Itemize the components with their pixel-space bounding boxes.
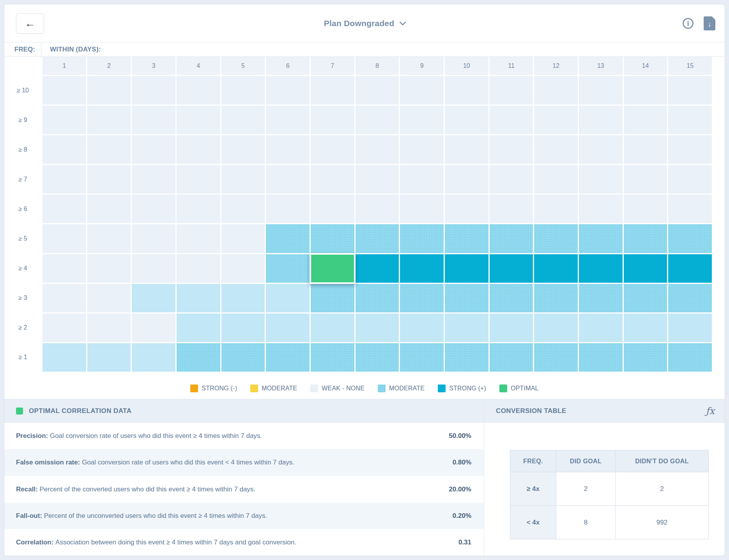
heatmap-cell-weak-none[interactable] — [87, 224, 131, 253]
heatmap-cell-strong-plus[interactable] — [445, 254, 488, 283]
heatmap-cell-weak-moderate[interactable] — [534, 314, 578, 342]
heatmap-cell-strong-plus[interactable] — [400, 254, 444, 283]
heatmap-cell-weak-none[interactable] — [42, 314, 86, 342]
chevron-down-icon[interactable] — [400, 19, 406, 26]
heatmap-cell-moderate[interactable] — [490, 224, 533, 253]
heatmap-cell-weak-none[interactable] — [177, 106, 220, 134]
heatmap-cell-weak-moderate[interactable] — [132, 284, 175, 312]
heatmap-cell-weak-none[interactable] — [221, 195, 265, 223]
heatmap-cell-weak-none[interactable] — [534, 195, 578, 223]
heatmap-cell-weak-none[interactable] — [356, 76, 399, 105]
heatmap-cell-weak-none[interactable] — [42, 224, 86, 253]
heatmap-cell-weak-none[interactable] — [356, 106, 399, 134]
heatmap-cell-weak-none[interactable] — [221, 165, 265, 193]
heatmap-cell-weak-moderate[interactable] — [356, 314, 399, 342]
heatmap-cell-weak-moderate[interactable] — [579, 314, 623, 342]
heatmap-cell-weak-none[interactable] — [87, 254, 131, 283]
heatmap-cell-moderate[interactable] — [266, 343, 310, 372]
heatmap-cell-weak-none[interactable] — [400, 165, 444, 193]
heatmap-cell-weak-none[interactable] — [87, 106, 131, 134]
heatmap-cell-moderate[interactable] — [221, 343, 265, 372]
heatmap-cell-moderate[interactable] — [579, 284, 623, 312]
heatmap-cell-weak-none[interactable] — [356, 135, 399, 164]
heatmap-cell-weak-none[interactable] — [311, 106, 354, 134]
heatmap-cell-moderate[interactable] — [534, 224, 578, 253]
heatmap-cell-weak-none[interactable] — [534, 76, 578, 105]
heatmap-cell-weak-none[interactable] — [42, 254, 86, 283]
heatmap-cell-moderate[interactable] — [356, 284, 399, 312]
heatmap-cell-weak-none[interactable] — [311, 76, 354, 105]
heatmap-cell-weak-none[interactable] — [221, 106, 265, 134]
heatmap-cell-weak-none[interactable] — [87, 314, 131, 342]
heatmap-cell-moderate[interactable] — [311, 343, 354, 372]
heatmap-cell-weak-none[interactable] — [42, 284, 86, 312]
heatmap-cell-weak-none[interactable] — [445, 76, 488, 105]
heatmap-cell-weak-moderate[interactable] — [400, 314, 444, 342]
heatmap-cell-weak-none[interactable] — [668, 106, 712, 134]
heatmap-cell-moderate[interactable] — [534, 343, 578, 372]
heatmap-cell-weak-none[interactable] — [624, 135, 667, 164]
heatmap-cell-weak-none[interactable] — [579, 165, 623, 193]
heatmap-cell-weak-none[interactable] — [177, 195, 220, 223]
heatmap-cell-weak-none[interactable] — [177, 254, 220, 283]
heatmap-cell-weak-moderate[interactable] — [266, 284, 310, 312]
heatmap-cell-weak-moderate[interactable] — [132, 343, 175, 372]
heatmap-cell-weak-none[interactable] — [400, 195, 444, 223]
heatmap-cell-moderate[interactable] — [579, 343, 623, 372]
heatmap-cell-moderate[interactable] — [400, 224, 444, 253]
heatmap-cell-weak-none[interactable] — [42, 195, 86, 223]
heatmap-cell-weak-none[interactable] — [132, 254, 175, 283]
heatmap-cell-weak-none[interactable] — [132, 76, 175, 105]
heatmap-cell-weak-moderate[interactable] — [87, 343, 131, 372]
heatmap-cell-moderate[interactable] — [356, 224, 399, 253]
heatmap-cell-moderate[interactable] — [266, 254, 310, 283]
heatmap-cell-weak-none[interactable] — [356, 195, 399, 223]
heatmap-cell-weak-none[interactable] — [579, 76, 623, 105]
heatmap-cell-weak-none[interactable] — [579, 106, 623, 134]
heatmap-cell-weak-none[interactable] — [266, 165, 310, 193]
heatmap-cell-weak-none[interactable] — [579, 135, 623, 164]
heatmap-cell-weak-none[interactable] — [42, 76, 86, 105]
heatmap-cell-weak-none[interactable] — [42, 135, 86, 164]
heatmap-cell-weak-none[interactable] — [668, 135, 712, 164]
heatmap-cell-weak-moderate[interactable] — [221, 284, 265, 312]
heatmap-cell-weak-none[interactable] — [177, 135, 220, 164]
heatmap-cell-weak-moderate[interactable] — [177, 284, 220, 312]
heatmap-cell-weak-none[interactable] — [266, 135, 310, 164]
heatmap-cell-moderate[interactable] — [624, 343, 667, 372]
heatmap-cell-moderate[interactable] — [624, 284, 667, 312]
event-title-dropdown[interactable]: Plan Downgraded — [324, 19, 394, 28]
heatmap-cell-weak-none[interactable] — [132, 314, 175, 342]
heatmap-cell-weak-none[interactable] — [87, 135, 131, 164]
heatmap-cell-weak-none[interactable] — [132, 165, 175, 193]
heatmap-cell-moderate[interactable] — [668, 343, 712, 372]
info-icon[interactable]: i — [683, 18, 694, 29]
heatmap-cell-weak-none[interactable] — [490, 165, 533, 193]
heatmap-cell-weak-none[interactable] — [490, 106, 533, 134]
heatmap-cell-weak-moderate[interactable] — [266, 314, 310, 342]
heatmap-cell-weak-none[interactable] — [445, 195, 488, 223]
heatmap-cell-weak-none[interactable] — [490, 195, 533, 223]
heatmap-cell-weak-moderate[interactable] — [445, 314, 488, 342]
heatmap-cell-moderate[interactable] — [534, 284, 578, 312]
heatmap-cell-strong-plus[interactable] — [356, 254, 399, 283]
heatmap-cell-moderate[interactable] — [266, 224, 310, 253]
heatmap-cell-weak-none[interactable] — [668, 195, 712, 223]
heatmap-cell-weak-none[interactable] — [177, 76, 220, 105]
heatmap-cell-weak-none[interactable] — [87, 76, 131, 105]
heatmap-cell-weak-none[interactable] — [534, 106, 578, 134]
heatmap-cell-moderate[interactable] — [311, 284, 354, 312]
heatmap-cell-moderate[interactable] — [400, 343, 444, 372]
heatmap-cell-weak-moderate[interactable] — [221, 314, 265, 342]
heatmap-cell-weak-none[interactable] — [624, 165, 667, 193]
heatmap-cell-weak-none[interactable] — [400, 76, 444, 105]
heatmap-cell-weak-none[interactable] — [490, 135, 533, 164]
heatmap-cell-weak-none[interactable] — [400, 106, 444, 134]
heatmap-cell-moderate[interactable] — [624, 224, 667, 253]
heatmap-cell-strong-plus[interactable] — [490, 254, 533, 283]
heatmap-cell-weak-none[interactable] — [87, 165, 131, 193]
heatmap-cell-weak-none[interactable] — [42, 106, 86, 134]
heatmap-cell-strong-plus[interactable] — [579, 254, 623, 283]
heatmap-cell-weak-none[interactable] — [356, 165, 399, 193]
formula-fx-icon[interactable]: ƒx — [706, 406, 715, 416]
